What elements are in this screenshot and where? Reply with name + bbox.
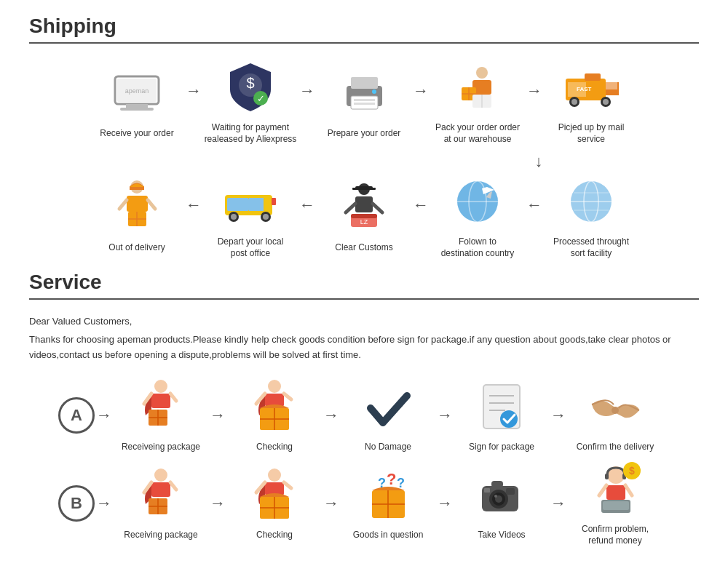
prepare-order-label: Prepare your order bbox=[328, 128, 401, 140]
svg-text:?: ? bbox=[397, 476, 405, 490]
svg-rect-2 bbox=[120, 108, 154, 111]
box-delivery-icon bbox=[448, 58, 507, 116]
svg-point-75 bbox=[268, 380, 281, 393]
worker-icon bbox=[108, 178, 166, 236]
flow-item-depart-post: Depart your localpost office bbox=[203, 172, 298, 259]
svg-line-53 bbox=[346, 204, 355, 212]
svg-rect-51 bbox=[352, 188, 376, 190]
service-intro: Dear Valued Customers, Thanks for choosi… bbox=[29, 314, 699, 362]
arrow-6: ← bbox=[299, 196, 315, 215]
svg-rect-52 bbox=[355, 196, 373, 212]
support-money-icon: $ bbox=[586, 460, 644, 518]
svg-point-30 bbox=[603, 99, 609, 105]
svg-rect-34 bbox=[130, 187, 144, 190]
hero-box-a-icon bbox=[245, 378, 304, 436]
svg-line-81 bbox=[284, 394, 291, 399]
arrow-b4: → bbox=[550, 494, 566, 513]
svg-rect-119 bbox=[606, 485, 625, 500]
confirm-problem-label: Confirm problem,refund money bbox=[582, 524, 649, 546]
arrow-b3: → bbox=[437, 494, 453, 513]
flow-item-pack-order: Pack your order orderat our warehouse bbox=[430, 58, 525, 145]
svg-rect-31 bbox=[585, 73, 601, 81]
svg-rect-48 bbox=[272, 198, 276, 205]
svg-point-88 bbox=[154, 469, 167, 482]
arrow-2: → bbox=[299, 81, 315, 100]
arrow-a1: → bbox=[210, 406, 226, 425]
svg-rect-14 bbox=[354, 103, 375, 105]
goods-question-label: Goods in question bbox=[353, 530, 424, 541]
svg-rect-117 bbox=[605, 474, 609, 479]
service-item-goods-question: ? ? ? Goods in question bbox=[341, 466, 435, 541]
service-greeting: Dear Valued Customers, bbox=[29, 314, 699, 330]
svg-point-68 bbox=[154, 380, 167, 393]
svg-text:$: $ bbox=[246, 75, 254, 91]
svg-point-15 bbox=[372, 89, 376, 94]
customs-icon: LZ bbox=[335, 178, 393, 236]
svg-line-124 bbox=[599, 485, 606, 495]
arrow-1: → bbox=[186, 81, 202, 100]
van-icon bbox=[221, 172, 280, 231]
svg-rect-113 bbox=[506, 488, 515, 495]
svg-rect-89 bbox=[151, 482, 170, 497]
flow-item-waiting-payment: $ ✓ Waiting for paymentrealeased by Alie… bbox=[203, 58, 298, 145]
shipping-title: Shipping bbox=[29, 15, 699, 38]
printer-icon bbox=[335, 64, 393, 122]
receiving-package-a-label: Receiveing package bbox=[122, 442, 200, 453]
arrow-4: → bbox=[526, 81, 542, 100]
question-box-icon: ? ? ? bbox=[359, 466, 417, 524]
arrow-down: ↓ bbox=[379, 152, 699, 171]
svg-line-40 bbox=[148, 200, 155, 209]
svg-marker-26 bbox=[606, 82, 617, 89]
payment-icon: $ ✓ bbox=[221, 58, 280, 116]
flow-item-folown-country: Folown todestination country bbox=[430, 172, 525, 259]
svg-point-112 bbox=[494, 495, 497, 498]
svg-point-45 bbox=[231, 214, 237, 220]
flow-item-processed-sort: Processed throughtsort facility bbox=[544, 172, 638, 259]
take-videos-label: Take Videos bbox=[478, 530, 525, 541]
truck-icon: FAST bbox=[562, 58, 620, 116]
svg-rect-1 bbox=[126, 104, 148, 108]
service-item-checking-b: Checking bbox=[227, 466, 322, 541]
svg-rect-69 bbox=[151, 394, 170, 408]
svg-line-74 bbox=[170, 394, 176, 401]
shipping-row-1: apeman apeman Receive your order → $ ✓ W… bbox=[29, 58, 699, 145]
svg-marker-43 bbox=[249, 198, 264, 211]
arrow-b1: → bbox=[210, 494, 226, 513]
service-item-confirm-delivery: Confirm the delivery bbox=[568, 378, 662, 453]
arrow-3: → bbox=[413, 81, 429, 100]
pack-order-label: Pack your order orderat our warehouse bbox=[435, 122, 520, 145]
service-item-sign-package: Sign for package bbox=[454, 378, 549, 453]
flow-item-picked-mail: FAST Picjed up by mail service bbox=[544, 58, 638, 145]
out-delivery-label: Out of delivery bbox=[108, 242, 165, 254]
svg-line-101 bbox=[284, 482, 291, 488]
arrow-a4: → bbox=[550, 406, 566, 425]
svg-text:?: ? bbox=[387, 470, 396, 488]
shipping-row-2: Out of delivery ← Depart your localpost … bbox=[29, 172, 699, 259]
shop-icon: apeman apeman bbox=[108, 64, 166, 122]
svg-rect-11 bbox=[351, 77, 378, 89]
flow-item-prepare-order: Prepare your order bbox=[317, 64, 411, 140]
checking-b-label: Checking bbox=[256, 530, 293, 541]
svg-text:FAST: FAST bbox=[577, 86, 592, 92]
clear-customs-label: Clear Customs bbox=[335, 242, 392, 254]
checkmark-icon bbox=[359, 378, 417, 436]
receive-order-label: Receive your order bbox=[100, 128, 173, 140]
processed-sort-label: Processed throughtsort facility bbox=[553, 236, 629, 259]
svg-rect-114 bbox=[484, 488, 490, 493]
shipping-divider bbox=[29, 42, 699, 44]
svg-line-125 bbox=[625, 485, 632, 495]
svg-line-39 bbox=[119, 200, 127, 209]
picked-mail-label: Picjed up by mail service bbox=[544, 122, 638, 145]
globe-sort-icon bbox=[562, 172, 620, 231]
arrow-8: ← bbox=[526, 196, 542, 215]
arrow-5: ← bbox=[186, 196, 202, 215]
hero-box-b-icon bbox=[245, 466, 304, 524]
svg-rect-35 bbox=[127, 196, 148, 212]
badge-b: B bbox=[58, 485, 95, 522]
sign-package-label: Sign for package bbox=[469, 442, 534, 453]
arrow-a3: → bbox=[437, 406, 453, 425]
arrow-b0: → bbox=[96, 494, 112, 513]
flow-item-clear-customs: LZ Clear Customs bbox=[317, 178, 411, 254]
svg-rect-115 bbox=[491, 481, 503, 487]
svg-point-87 bbox=[612, 407, 619, 414]
